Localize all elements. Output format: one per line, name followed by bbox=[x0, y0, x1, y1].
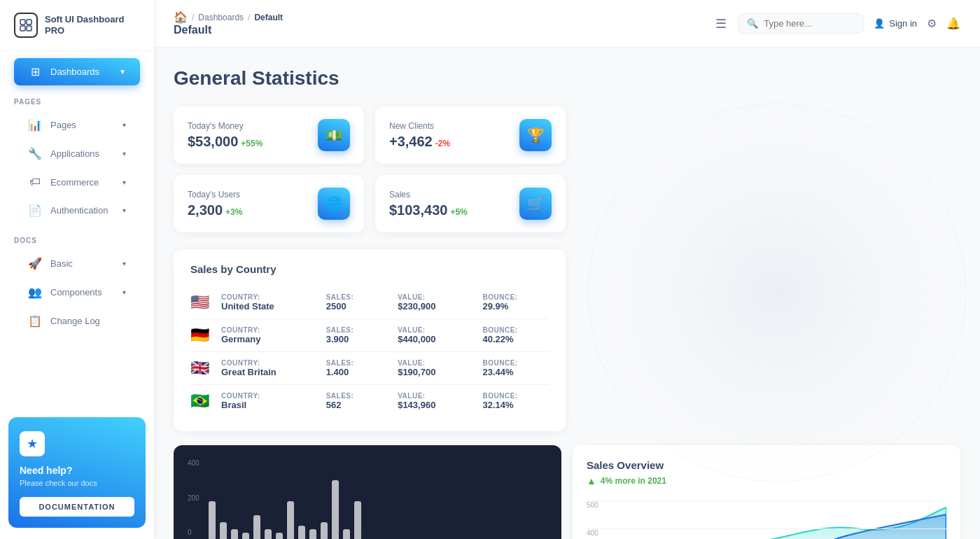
sidebar-item-pages[interactable]: 📊 Pages ▾ bbox=[14, 111, 140, 139]
breadcrumb-dashboards[interactable]: Dashboards bbox=[198, 13, 244, 22]
bar-item bbox=[220, 522, 227, 539]
user-icon: 👤 bbox=[874, 18, 885, 29]
line-chart-area: 500 400 bbox=[587, 493, 946, 539]
search-input[interactable] bbox=[764, 18, 855, 29]
stat-label: Today's Money bbox=[188, 121, 262, 131]
search-icon: 🔍 bbox=[747, 18, 758, 29]
svg-rect-0 bbox=[20, 20, 25, 24]
notifications-icon[interactable]: 🔔 bbox=[946, 17, 960, 30]
sidebar-item-authentication[interactable]: 📄 Authentication ▾ bbox=[14, 197, 140, 224]
bar-chart-bars bbox=[209, 459, 547, 539]
stat-change: -2% bbox=[435, 139, 450, 148]
stat-icon-money: 💵 bbox=[318, 119, 350, 151]
sidebar-item-dashboards[interactable]: ⊞ Dashboards ▼ bbox=[14, 58, 140, 85]
basic-icon: 🚀 bbox=[28, 257, 42, 270]
stat-card-money: Today's Money $53,000 +55% 💵 bbox=[174, 106, 364, 164]
content-area: /* dots rendered via JS below */ General… bbox=[154, 48, 980, 539]
sidebar-item-components[interactable]: 👥 Components ▾ bbox=[14, 279, 140, 306]
app-name: Soft UI Dashboard PRO bbox=[45, 14, 140, 36]
dashboards-icon: ⊞ bbox=[28, 65, 42, 78]
auth-icon: 📄 bbox=[28, 204, 42, 217]
stat-value: +3,462 bbox=[389, 134, 433, 150]
breadcrumb-separator: / bbox=[248, 13, 250, 22]
stat-info: Today's Money $53,000 +55% bbox=[188, 121, 262, 150]
y-label: 0 bbox=[188, 528, 200, 536]
flag-icon: 🇧🇷 bbox=[190, 392, 216, 410]
sidebar-item-changelog[interactable]: 📋 Change Log bbox=[14, 307, 140, 335]
sidebar-item-ecommerce[interactable]: 🏷 Ecommerce ▾ bbox=[14, 169, 140, 195]
sales-cell: Sales: 3.900 bbox=[326, 326, 392, 344]
hamburger-menu-icon[interactable]: ☰ bbox=[715, 16, 727, 31]
globe-icon: 🌐 bbox=[326, 195, 343, 212]
documentation-button[interactable]: DOCUMENTATION bbox=[20, 497, 134, 517]
search-box[interactable]: 🔍 bbox=[738, 13, 864, 34]
sales-value: 1.400 bbox=[326, 367, 392, 377]
stat-card-users: Today's Users 2,300 +3% 🌐 bbox=[174, 175, 364, 232]
col-header: Value: bbox=[398, 392, 477, 400]
col-header: Sales: bbox=[326, 293, 392, 301]
breadcrumb-separator: / bbox=[192, 13, 194, 22]
bounce-rate: 29.9% bbox=[483, 301, 549, 312]
sales-cell: Sales: 1.400 bbox=[326, 359, 392, 377]
logo-icon bbox=[14, 13, 38, 38]
col-header: Bounce: bbox=[483, 359, 549, 367]
stat-value: $103,430 bbox=[389, 202, 447, 218]
country-name: Great Britain bbox=[221, 367, 321, 377]
sales-cell: Sales: 2500 bbox=[326, 293, 392, 312]
cart-icon: 🛒 bbox=[527, 195, 545, 212]
y-label: 200 bbox=[188, 494, 200, 502]
stat-change: +55% bbox=[241, 139, 262, 148]
sidebar-item-basic[interactable]: 🚀 Basic ▾ bbox=[14, 250, 140, 277]
home-icon[interactable]: 🏠 bbox=[174, 10, 188, 24]
sidebar-item-applications[interactable]: 🔧 Applications ▾ bbox=[14, 140, 140, 167]
stat-icon-clients: 🏆 bbox=[519, 119, 552, 151]
sales-cell: Sales: 562 bbox=[326, 392, 392, 410]
bar-item bbox=[276, 533, 283, 539]
sales-value: 562 bbox=[326, 400, 392, 410]
chevron-down-icon: ▾ bbox=[122, 260, 126, 267]
bounce-cell: Bounce: 32.14% bbox=[483, 392, 549, 410]
grid-line: 400 bbox=[587, 528, 946, 529]
grid-label: 400 bbox=[587, 529, 598, 537]
applications-icon: 🔧 bbox=[28, 147, 42, 160]
col-header: Sales: bbox=[326, 359, 392, 367]
signin-button[interactable]: 👤 Sign in bbox=[874, 18, 917, 29]
bar-item bbox=[332, 480, 339, 539]
stat-value: $53,000 bbox=[188, 134, 238, 150]
stat-value: 2,300 bbox=[188, 202, 223, 218]
stat-card-sales: Sales $103,430 +5% 🛒 bbox=[375, 175, 566, 232]
value-amount: $230,900 bbox=[398, 301, 477, 312]
settings-icon[interactable]: ⚙ bbox=[927, 17, 937, 30]
grid-label: 500 bbox=[587, 501, 598, 509]
col-header: Value: bbox=[398, 326, 477, 334]
topbar-right: 🔍 👤 Sign in ⚙ 🔔 bbox=[738, 13, 960, 34]
signin-label: Sign in bbox=[889, 18, 917, 29]
chevron-down-icon: ▼ bbox=[119, 68, 126, 76]
bar-item bbox=[354, 501, 361, 539]
components-icon: 👥 bbox=[28, 286, 42, 299]
sidebar-item-label: Dashboards bbox=[50, 66, 111, 77]
bar-item bbox=[343, 529, 350, 539]
col-header: Country: bbox=[221, 359, 321, 367]
chevron-down-icon: ▾ bbox=[122, 288, 126, 296]
table-row: 🇩🇪 Country: Germany Sales: 3.900 Value: … bbox=[190, 319, 549, 352]
y-axis-labels: 400 200 0 bbox=[188, 459, 200, 536]
col-header: Bounce: bbox=[483, 326, 549, 334]
main-area: 🏠 / Dashboards / Default Default ☰ 🔍 👤 S… bbox=[154, 0, 980, 539]
value-cell: Value: $230,900 bbox=[398, 293, 477, 312]
app-logo: Soft UI Dashboard PRO bbox=[0, 0, 154, 51]
stat-icon-users: 🌐 bbox=[318, 188, 350, 220]
stat-label: New Clients bbox=[389, 121, 450, 131]
stat-change: +3% bbox=[225, 207, 242, 217]
overview-title: Sales Overview bbox=[587, 459, 946, 471]
pages-icon: 📊 bbox=[28, 118, 42, 132]
page-title: General Statistics bbox=[174, 67, 960, 90]
sidebar-item-label: Basic bbox=[50, 258, 114, 269]
sidebar-item-label: Authentication bbox=[50, 205, 114, 216]
sales-by-country: Sales by Country 🇺🇸 Country: United Stat… bbox=[174, 249, 566, 431]
svg-point-4 bbox=[588, 104, 966, 482]
chevron-down-icon: ▾ bbox=[122, 150, 126, 158]
country-name: Germany bbox=[221, 334, 321, 344]
value-amount: $143,960 bbox=[398, 400, 477, 410]
trend-up-icon: ▲ bbox=[587, 475, 596, 486]
